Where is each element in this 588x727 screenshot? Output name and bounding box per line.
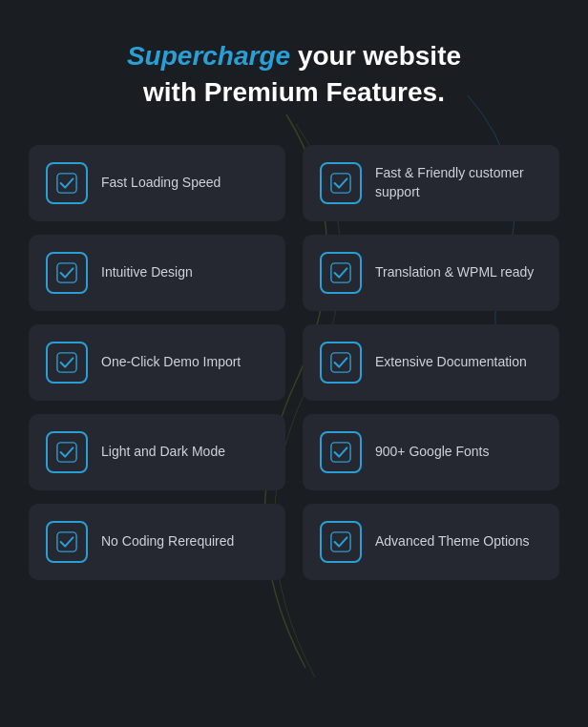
check-icon-extensive-docs [320, 342, 362, 384]
feature-label-light-dark-mode: Light and Dark Mode [101, 443, 225, 462]
feature-card-translation-wpml: Translation & WPML ready [303, 235, 559, 311]
feature-label-no-coding: No Coding Rerequired [101, 532, 234, 551]
feature-card-one-click-demo: One-Click Demo Import [29, 324, 285, 401]
heading-section: Supercharge your websitewith Premium Fea… [29, 38, 559, 111]
content: Supercharge your websitewith Premium Fea… [29, 38, 559, 580]
feature-label-translation-wpml: Translation & WPML ready [375, 263, 534, 282]
feature-label-extensive-docs: Extensive Documentation [375, 353, 527, 372]
page-wrapper: Supercharge your websitewith Premium Fea… [0, 0, 588, 727]
check-icon-advanced-theme [320, 521, 362, 563]
check-icon-intuitive-design [46, 252, 88, 294]
heading-highlight: Supercharge [127, 41, 290, 71]
check-icon-no-coding [46, 521, 88, 563]
feature-card-extensive-docs: Extensive Documentation [303, 324, 559, 401]
features-grid: Fast Loading Speed Fast & Friendly custo… [29, 145, 559, 580]
check-icon-fast-support [320, 162, 362, 204]
feature-label-one-click-demo: One-Click Demo Import [101, 353, 241, 372]
check-icon-one-click-demo [46, 342, 88, 384]
feature-card-google-fonts: 900+ Google Fonts [303, 414, 559, 490]
feature-label-google-fonts: 900+ Google Fonts [375, 443, 489, 462]
feature-label-intuitive-design: Intuitive Design [101, 263, 193, 282]
page-title: Supercharge your websitewith Premium Fea… [29, 38, 559, 111]
check-icon-translation-wpml [320, 252, 362, 294]
feature-label-advanced-theme: Advanced Theme Options [375, 532, 530, 551]
check-icon-fast-loading [46, 162, 88, 204]
feature-card-advanced-theme: Advanced Theme Options [303, 504, 559, 580]
feature-card-intuitive-design: Intuitive Design [29, 235, 285, 311]
check-icon-google-fonts [320, 431, 362, 473]
check-icon-light-dark-mode [46, 431, 88, 473]
feature-card-fast-loading: Fast Loading Speed [29, 145, 285, 221]
feature-card-fast-support: Fast & Friendly customer support [303, 145, 559, 221]
feature-label-fast-support: Fast & Friendly customer support [375, 164, 542, 201]
feature-label-fast-loading: Fast Loading Speed [101, 174, 220, 193]
feature-card-light-dark-mode: Light and Dark Mode [29, 414, 285, 490]
feature-card-no-coding: No Coding Rerequired [29, 504, 285, 580]
